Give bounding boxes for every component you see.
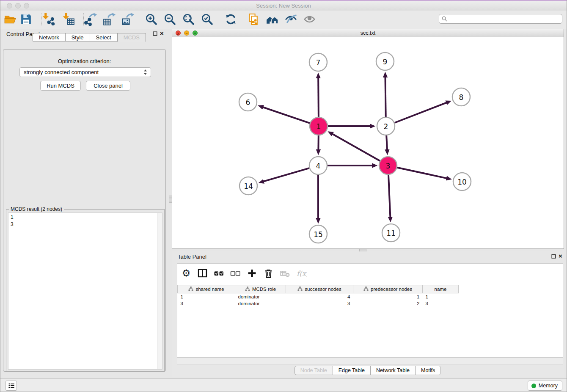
column-header-name[interactable]: name	[423, 285, 459, 293]
delete-column-button[interactable]	[262, 268, 274, 280]
edge-1-7[interactable]	[318, 78, 319, 117]
cell-successor-nodes[interactable]: 3	[286, 300, 353, 307]
tab-mcds[interactable]: MCDS	[117, 33, 146, 42]
eye-icon	[303, 13, 316, 28]
cell-successor-nodes[interactable]: 4	[286, 293, 353, 301]
graph-node-10[interactable]: 10	[453, 173, 471, 190]
search-field[interactable]	[439, 14, 562, 24]
save-icon	[19, 13, 33, 28]
node-label-7: 7	[316, 58, 321, 67]
select-all-rows-button[interactable]	[213, 268, 225, 280]
close-table-panel-icon[interactable]: ×	[559, 253, 562, 259]
tab-node-table[interactable]: Node Table	[295, 366, 333, 375]
graph-node-7[interactable]: 7	[309, 53, 327, 71]
export-table-button[interactable]	[102, 13, 116, 27]
cell-shared-name[interactable]: 1	[178, 293, 235, 301]
node-label-4: 4	[316, 162, 321, 170]
node-label-10: 10	[457, 178, 467, 186]
zoom-out-button[interactable]	[162, 13, 177, 27]
close-panel-icon[interactable]: ×	[160, 30, 164, 36]
cell-predecessor-nodes[interactable]: 1	[353, 293, 423, 301]
memory-button[interactable]: Memory	[528, 381, 562, 391]
import-network-button[interactable]	[41, 13, 55, 27]
edge-2-8[interactable]	[395, 102, 447, 123]
graph-node-3[interactable]: 3	[379, 157, 397, 174]
export-network-button[interactable]	[83, 13, 97, 27]
node-label-3: 3	[386, 162, 391, 170]
node-label-8: 8	[459, 93, 464, 102]
graph-node-11[interactable]: 11	[382, 224, 400, 242]
node-label-11: 11	[386, 229, 396, 237]
graph-node-9[interactable]: 9	[376, 52, 394, 70]
column-settings-button[interactable]: ⚙	[180, 268, 192, 280]
column-header-predecessor-nodes[interactable]: predecessor nodes	[353, 285, 423, 293]
network-graph[interactable]: 7968124314101511	[172, 37, 564, 248]
save-session-button[interactable]	[19, 13, 33, 27]
deselect-all-rows-button[interactable]	[229, 268, 241, 280]
edge-3-11[interactable]	[388, 175, 390, 217]
clone-network-button[interactable]	[246, 13, 261, 27]
node-label-1: 1	[317, 122, 321, 131]
edge-4-14[interactable]	[264, 168, 309, 182]
criterion-select[interactable]: strongly connected component	[19, 67, 151, 77]
network-overview-button[interactable]	[265, 13, 279, 27]
close-panel-button[interactable]: Close panel	[86, 81, 130, 91]
tree-icon	[245, 286, 250, 292]
edge-1-6[interactable]	[263, 107, 310, 123]
zoom-selected-button[interactable]	[200, 13, 214, 27]
column-header-mcds-role[interactable]: MCDS role	[235, 285, 286, 293]
graph-node-4[interactable]: 4	[309, 157, 327, 174]
graph-node-8[interactable]: 8	[452, 88, 470, 106]
import-table-button[interactable]	[61, 13, 75, 27]
tab-network[interactable]: Network	[33, 33, 66, 41]
result-scrollbar[interactable]	[157, 213, 162, 369]
run-mcds-button[interactable]: Run MCDS	[40, 81, 81, 91]
edge-3-10[interactable]	[397, 168, 447, 178]
tree-icon	[363, 286, 369, 292]
zoom-fit-icon	[182, 13, 195, 28]
export-image-button[interactable]	[120, 13, 135, 27]
graph-node-6[interactable]: 6	[239, 93, 257, 111]
show-graphics-details-button[interactable]	[284, 13, 298, 27]
graph-node-1[interactable]: 1	[310, 117, 328, 135]
graph-node-15[interactable]: 15	[309, 225, 327, 243]
node-label-9: 9	[383, 58, 388, 66]
mcds-result-textarea[interactable]: 1 3	[8, 213, 162, 370]
clone-network-icon	[247, 13, 260, 28]
add-column-button[interactable]	[246, 268, 258, 280]
float-panel-icon[interactable]	[153, 31, 157, 36]
cell-name[interactable]: 3	[423, 300, 459, 307]
birds-eye-view-button[interactable]	[302, 13, 317, 27]
column-header-successor-nodes[interactable]: successor nodes	[286, 285, 353, 293]
column-header-shared-name[interactable]: shared name	[178, 285, 235, 293]
tab-network-table[interactable]: Network Table	[370, 366, 416, 375]
table-row[interactable]: 3dominator323	[178, 300, 459, 307]
tab-edge-table[interactable]: Edge Table	[333, 366, 371, 375]
cell-mcds-role[interactable]: dominator	[235, 293, 286, 301]
cell-shared-name[interactable]: 3	[178, 300, 235, 307]
network-title: scc.txt	[172, 30, 564, 36]
graph-node-14[interactable]: 14	[239, 177, 257, 195]
cell-predecessor-nodes[interactable]: 2	[353, 300, 423, 307]
table-horizontal-scrollbar[interactable]	[177, 358, 563, 365]
edge-3-1[interactable]	[332, 134, 380, 161]
svg-text:⚙: ⚙	[182, 268, 190, 279]
edge-2-3[interactable]	[386, 135, 387, 150]
graph-node-2[interactable]: 2	[377, 117, 395, 135]
refresh-layout-button[interactable]	[223, 13, 238, 27]
open-session-button[interactable]	[3, 13, 17, 27]
edge-2-9[interactable]	[385, 77, 386, 117]
network-canvas[interactable]: 7968124314101511	[172, 37, 564, 248]
float-table-panel-icon[interactable]	[551, 254, 556, 259]
tab-style[interactable]: Style	[65, 33, 90, 41]
search-input[interactable]	[448, 16, 562, 22]
split-table-button[interactable]	[196, 268, 208, 280]
cell-mcds-role[interactable]: dominator	[235, 300, 286, 307]
tab-select[interactable]: Select	[90, 33, 118, 41]
tab-motifs[interactable]: Motifs	[415, 366, 441, 375]
cell-name[interactable]: 1	[423, 293, 459, 301]
zoom-in-button[interactable]	[144, 13, 158, 27]
table-row[interactable]: 1dominator411	[178, 293, 459, 301]
task-history-button[interactable]	[6, 381, 17, 391]
zoom-fit-button[interactable]	[181, 13, 195, 27]
